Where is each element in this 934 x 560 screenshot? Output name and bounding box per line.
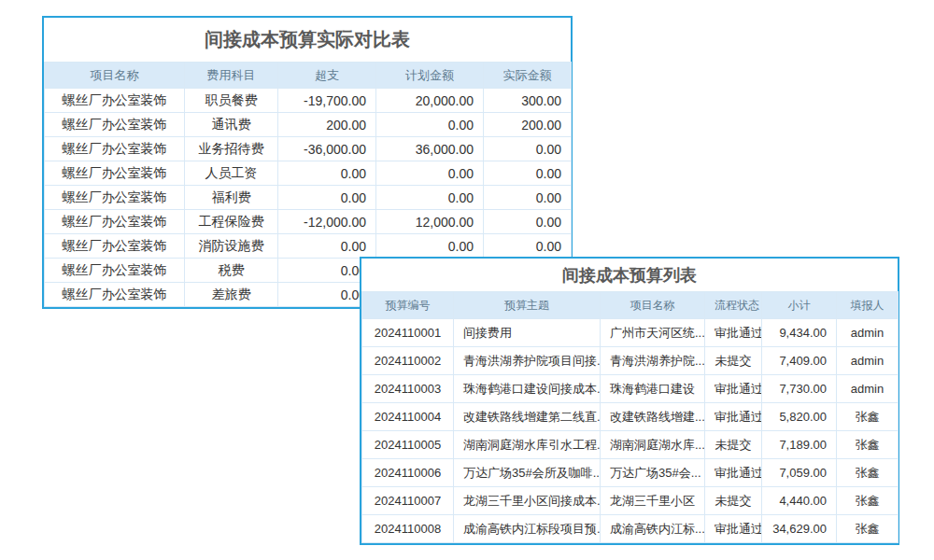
- overspend-amount-cell: -12,000.00: [278, 210, 376, 234]
- expense-category-cell: 职员餐费: [185, 89, 278, 113]
- actual-amount-link[interactable]: 300.00: [484, 89, 572, 113]
- planned-amount-cell: 36,000.00: [376, 137, 484, 161]
- budget-number-link[interactable]: 2024110007: [362, 487, 454, 515]
- expense-category-cell: 工程保险费: [185, 210, 278, 234]
- filler-user-link[interactable]: 张鑫: [837, 431, 899, 459]
- subtotal-amount-cell: 7,730.00: [762, 375, 837, 403]
- budget-list-table: 预算编号预算主题项目名称流程状态小计填报人 2024110001间接费用广州市天…: [361, 291, 899, 543]
- actual-amount-link[interactable]: 0.00: [484, 186, 572, 210]
- planned-amount-cell: 20,000.00: [376, 89, 484, 113]
- budget-list-row: 2024110006万达广场35#会所及咖啡...万达广场35#会...审批通过…: [362, 459, 899, 487]
- budget-number-link[interactable]: 2024110008: [362, 515, 454, 543]
- budget-subject-link[interactable]: 龙湖三千里小区间接成本...: [454, 487, 601, 515]
- actual-amount-link[interactable]: 0.00: [484, 210, 572, 234]
- comparison-table-row: 螺丝厂办公室装饰通讯费200.000.00200.00: [45, 113, 572, 137]
- subtotal-amount-cell: 4,440.00: [762, 487, 837, 515]
- project-name-link[interactable]: 龙湖三千里小区: [601, 487, 705, 515]
- subtotal-amount-cell: 34,629.00: [762, 515, 837, 543]
- budget-list-row: 2024110001间接费用广州市天河区统...审批通过9,434.00admi…: [362, 319, 899, 347]
- project-name-link[interactable]: 螺丝厂办公室装饰: [45, 89, 185, 113]
- overspend-amount-cell: -19,700.00: [278, 89, 376, 113]
- comparison-table-row: 螺丝厂办公室装饰职员餐费-19,700.0020,000.00300.00: [45, 89, 572, 113]
- budget-subject-link[interactable]: 珠海鹤港口建设间接成本...: [454, 375, 601, 403]
- project-name-link[interactable]: 螺丝厂办公室装饰: [45, 137, 185, 161]
- planned-amount-cell: 0.00: [376, 113, 484, 137]
- actual-amount-link[interactable]: 200.00: [484, 113, 572, 137]
- overspend-amount-cell: 0.00: [278, 234, 376, 259]
- actual-amount-link[interactable]: 0.00: [484, 137, 572, 161]
- budget-list-header-row: 预算编号预算主题项目名称流程状态小计填报人: [362, 292, 899, 319]
- budget-list-row: 2024110002青海洪湖养护院项目间接...青海洪湖养护院...未提交7,4…: [362, 347, 899, 375]
- workflow-status-label: 审批通过: [705, 459, 762, 487]
- overspend-amount-cell: 200.00: [278, 113, 376, 137]
- budget-number-link[interactable]: 2024110005: [362, 431, 454, 459]
- project-name-link[interactable]: 改建铁路线增建...: [601, 403, 705, 431]
- budget-list-col-header-4: 小计: [762, 292, 837, 319]
- workflow-status-label: 审批通过: [705, 515, 762, 543]
- budget-list-panel: 间接成本预算列表 预算编号预算主题项目名称流程状态小计填报人 202411000…: [360, 257, 899, 545]
- budget-list-row: 2024110005湖南洞庭湖水库引水工程...湖南洞庭湖水库...未提交7,1…: [362, 431, 899, 459]
- budget-list-col-header-3: 流程状态: [705, 292, 762, 319]
- project-name-link[interactable]: 青海洪湖养护院...: [601, 347, 705, 375]
- project-name-link[interactable]: 广州市天河区统...: [601, 319, 705, 347]
- project-name-link[interactable]: 螺丝厂办公室装饰: [45, 113, 185, 137]
- project-name-link[interactable]: 螺丝厂办公室装饰: [45, 259, 185, 283]
- project-name-link[interactable]: 湖南洞庭湖水库...: [601, 431, 705, 459]
- overspend-amount-cell: 0.00: [278, 186, 376, 210]
- expense-category-cell: 通讯费: [185, 113, 278, 137]
- planned-amount-cell: 12,000.00: [376, 210, 484, 234]
- budget-number-link[interactable]: 2024110003: [362, 375, 454, 403]
- filler-user-link[interactable]: 张鑫: [837, 487, 899, 515]
- comparison-table-header-row: 项目名称费用科目超支计划金额实际金额: [45, 63, 572, 89]
- expense-category-cell: 福利费: [185, 186, 278, 210]
- planned-amount-cell: 0.00: [376, 186, 484, 210]
- project-name-link[interactable]: 螺丝厂办公室装饰: [45, 210, 185, 234]
- workflow-status-label: 审批通过: [705, 375, 762, 403]
- filler-user-link[interactable]: 张鑫: [837, 403, 899, 431]
- project-name-link[interactable]: 珠海鹤港口建设: [601, 375, 705, 403]
- budget-number-link[interactable]: 2024110001: [362, 319, 454, 347]
- subtotal-amount-cell: 7,059.00: [762, 459, 837, 487]
- filler-user-link[interactable]: admin: [837, 375, 899, 403]
- filler-user-link[interactable]: admin: [837, 347, 899, 375]
- actual-amount-link[interactable]: 0.00: [484, 161, 572, 186]
- budget-subject-link[interactable]: 湖南洞庭湖水库引水工程...: [454, 431, 601, 459]
- budget-list-row: 2024110008成渝高铁内江标段项目预...成渝高铁内江标...审批通过34…: [362, 515, 899, 543]
- budget-number-link[interactable]: 2024110002: [362, 347, 454, 375]
- project-name-link[interactable]: 万达广场35#会...: [601, 459, 705, 487]
- budget-subject-link[interactable]: 成渝高铁内江标段项目预...: [454, 515, 601, 543]
- comparison-table-row: 螺丝厂办公室装饰人员工资0.000.000.00: [45, 161, 572, 186]
- comparison-col-header-4: 实际金额: [484, 63, 572, 89]
- budget-list-row: 2024110004改建铁路线增建第二线直...改建铁路线增建...审批通过5,…: [362, 403, 899, 431]
- project-name-link[interactable]: 螺丝厂办公室装饰: [45, 161, 185, 186]
- budget-subject-link[interactable]: 万达广场35#会所及咖啡...: [454, 459, 601, 487]
- project-name-link[interactable]: 螺丝厂办公室装饰: [45, 186, 185, 210]
- budget-list-col-header-0: 预算编号: [362, 292, 454, 319]
- budget-subject-link[interactable]: 间接费用: [454, 319, 601, 347]
- expense-category-cell: 业务招待费: [185, 137, 278, 161]
- comparison-table-row: 螺丝厂办公室装饰消防设施费0.000.000.00: [45, 234, 572, 259]
- budget-subject-link[interactable]: 青海洪湖养护院项目间接...: [454, 347, 601, 375]
- filler-user-link[interactable]: 张鑫: [837, 515, 899, 543]
- expense-category-cell: 差旅费: [185, 283, 278, 307]
- subtotal-amount-cell: 7,189.00: [762, 431, 837, 459]
- budget-list-col-header-2: 项目名称: [601, 292, 705, 319]
- project-name-link[interactable]: 螺丝厂办公室装饰: [45, 234, 185, 259]
- subtotal-amount-cell: 9,434.00: [762, 319, 837, 347]
- overspend-amount-cell: -36,000.00: [278, 137, 376, 161]
- filler-user-link[interactable]: 张鑫: [837, 459, 899, 487]
- project-name-link[interactable]: 成渝高铁内江标...: [601, 515, 705, 543]
- project-name-link[interactable]: 螺丝厂办公室装饰: [45, 283, 185, 307]
- budget-number-link[interactable]: 2024110004: [362, 403, 454, 431]
- filler-user-link[interactable]: admin: [837, 319, 899, 347]
- workflow-status-label: 未提交: [705, 487, 762, 515]
- actual-amount-link[interactable]: 0.00: [484, 234, 572, 259]
- planned-amount-cell: 0.00: [376, 234, 484, 259]
- overspend-amount-cell: 0.00: [278, 161, 376, 186]
- comparison-col-header-3: 计划金额: [376, 63, 484, 89]
- comparison-table-row: 螺丝厂办公室装饰工程保险费-12,000.0012,000.000.00: [45, 210, 572, 234]
- budget-list-col-header-1: 预算主题: [454, 292, 601, 319]
- budget-number-link[interactable]: 2024110006: [362, 459, 454, 487]
- budget-subject-link[interactable]: 改建铁路线增建第二线直...: [454, 403, 601, 431]
- workflow-status-label: 未提交: [705, 431, 762, 459]
